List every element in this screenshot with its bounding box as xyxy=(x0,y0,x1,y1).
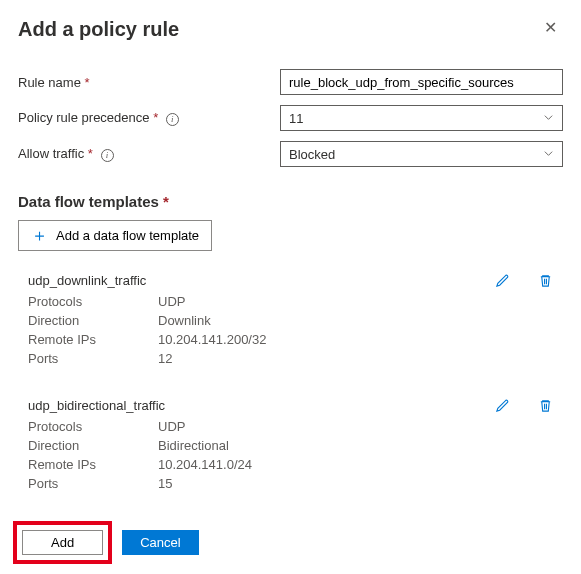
rule-name-input[interactable] xyxy=(280,69,563,95)
chevron-down-icon xyxy=(543,111,554,126)
kv-val: UDP xyxy=(158,419,185,434)
allow-traffic-label: Allow traffic * i xyxy=(18,146,280,162)
delete-icon[interactable] xyxy=(538,273,553,288)
kv-key: Ports xyxy=(28,476,158,491)
add-button[interactable]: Add xyxy=(22,530,103,555)
delete-icon[interactable] xyxy=(538,398,553,413)
add-data-flow-template-button[interactable]: ＋ Add a data flow template xyxy=(18,220,212,251)
chevron-down-icon xyxy=(543,147,554,162)
data-flow-section-title: Data flow templates * xyxy=(18,193,563,210)
precedence-select[interactable]: 11 xyxy=(280,105,563,131)
kv-key: Protocols xyxy=(28,294,158,309)
data-flow-template-card: udp_bidirectional_traffic ProtocolsUDP D… xyxy=(18,394,563,499)
kv-val: UDP xyxy=(158,294,185,309)
kv-val: Bidirectional xyxy=(158,438,229,453)
kv-val: Downlink xyxy=(158,313,211,328)
kv-val: 10.204.141.200/32 xyxy=(158,332,266,347)
kv-val: 10.204.141.0/24 xyxy=(158,457,252,472)
template-name: udp_bidirectional_traffic xyxy=(28,398,165,413)
data-flow-template-card: udp_downlink_traffic ProtocolsUDP Direct… xyxy=(18,269,563,374)
rule-name-label: Rule name * xyxy=(18,75,280,90)
kv-key: Remote IPs xyxy=(28,457,158,472)
template-name: udp_downlink_traffic xyxy=(28,273,146,288)
kv-key: Ports xyxy=(28,351,158,366)
allow-traffic-select[interactable]: Blocked xyxy=(280,141,563,167)
edit-icon[interactable] xyxy=(495,273,510,288)
precedence-label: Policy rule precedence * i xyxy=(18,110,280,126)
cancel-button[interactable]: Cancel xyxy=(122,530,198,555)
page-title: Add a policy rule xyxy=(18,18,179,41)
kv-key: Protocols xyxy=(28,419,158,434)
close-icon[interactable]: ✕ xyxy=(538,18,563,38)
plus-icon: ＋ xyxy=(31,227,48,244)
kv-key: Remote IPs xyxy=(28,332,158,347)
kv-val: 12 xyxy=(158,351,172,366)
edit-icon[interactable] xyxy=(495,398,510,413)
kv-val: 15 xyxy=(158,476,172,491)
kv-key: Direction xyxy=(28,313,158,328)
kv-key: Direction xyxy=(28,438,158,453)
info-icon[interactable]: i xyxy=(101,149,114,162)
highlight-annotation: Add xyxy=(13,521,112,564)
info-icon[interactable]: i xyxy=(166,113,179,126)
